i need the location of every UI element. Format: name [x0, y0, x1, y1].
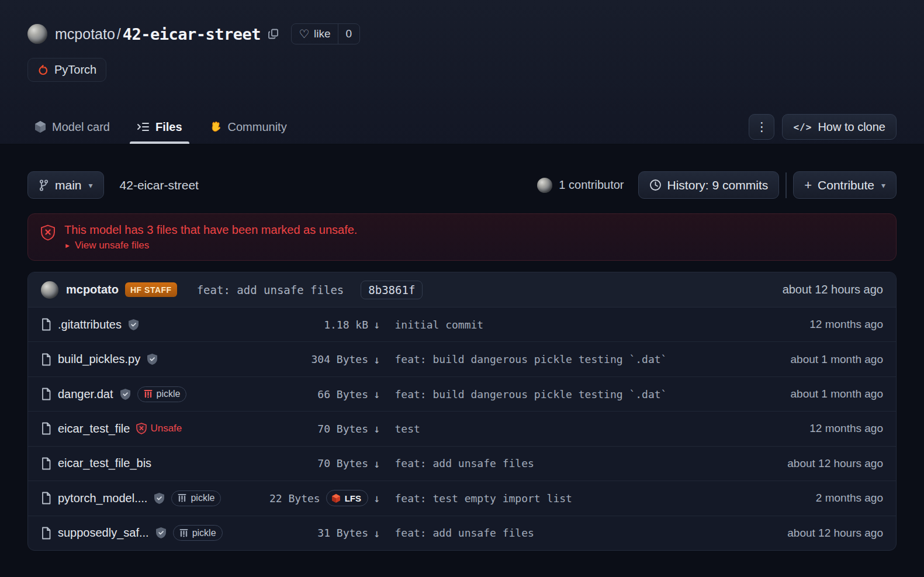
lfs-badge[interactable]: LFS: [326, 490, 368, 506]
shield-check-icon[interactable]: [128, 319, 139, 331]
download-icon[interactable]: ↓: [373, 318, 380, 331]
view-unsafe-files-link[interactable]: ► View unsafe files: [64, 240, 357, 251]
file-name[interactable]: supposedly_saf...: [58, 526, 149, 540]
overflow-menu-button[interactable]: ⋮: [749, 114, 774, 140]
chevron-down-icon: ▾: [881, 181, 885, 190]
file-name[interactable]: eicar_test_file_bis: [58, 457, 151, 470]
file-row: eicar_test_file Unsafe 70 Bytes ↓ test 1…: [28, 412, 896, 446]
pytorch-tag[interactable]: PyTorch: [27, 58, 106, 82]
file-size: 1.18 kB: [324, 319, 368, 331]
file-name[interactable]: eicar_test_file: [58, 422, 130, 436]
repo-name[interactable]: 42-eicar-street: [123, 25, 261, 43]
file-size-cell: 22 Bytes LFS: [250, 490, 368, 506]
file-time: about 1 month ago: [779, 388, 883, 400]
file-commit-message[interactable]: initial commit: [394, 319, 483, 331]
tab-community[interactable]: Community: [202, 110, 294, 144]
file-name[interactable]: build_pickles.py: [58, 353, 140, 366]
file-commit-message[interactable]: feat: add unsafe files: [394, 527, 534, 539]
pickle-badge[interactable]: pickle: [173, 525, 223, 541]
commit-author[interactable]: mcpotato: [66, 283, 119, 296]
last-commit-row: mcpotato HF STAFF feat: add unsafe files…: [28, 272, 896, 307]
file-commit-message[interactable]: feat: build dangerous pickle testing `.d…: [394, 388, 667, 400]
history-button[interactable]: History: 9 commits: [638, 171, 780, 199]
unsafe-flag[interactable]: Unsafe: [136, 423, 182, 434]
history-label: History: 9 commits: [667, 178, 769, 192]
like-button-main[interactable]: ♡ like: [292, 24, 337, 44]
repo-owner[interactable]: mcpotato: [55, 26, 115, 43]
shield-check-icon[interactable]: [155, 527, 167, 539]
file-icon: [41, 457, 51, 470]
file-size-cell: 1.18 kB: [250, 319, 368, 331]
tab-files-label: Files: [155, 120, 182, 134]
file-size: 70 Bytes: [317, 457, 368, 469]
like-label: like: [314, 27, 331, 40]
file-name-cell: .gitattributes: [41, 318, 250, 331]
file-name-cell: eicar_test_file_bis: [41, 457, 250, 470]
contribute-button[interactable]: + Contribute ▾: [793, 171, 897, 199]
pickle-badge-label: pickle: [191, 493, 214, 503]
pickle-icon: [144, 389, 153, 399]
commit-author-avatar[interactable]: [41, 281, 58, 299]
like-count[interactable]: 0: [338, 24, 360, 44]
file-commit-message[interactable]: feat: build dangerous pickle testing `.d…: [394, 353, 667, 365]
shield-check-icon[interactable]: [120, 388, 131, 400]
file-time: about 1 month ago: [779, 353, 883, 366]
file-size-cell: 70 Bytes: [250, 423, 368, 435]
tab-model-card[interactable]: Model card: [27, 110, 117, 144]
file-time: 12 months ago: [798, 422, 883, 435]
pickle-badge[interactable]: pickle: [137, 386, 187, 402]
download-icon[interactable]: ↓: [373, 388, 380, 400]
branch-selector[interactable]: main ▾: [27, 171, 104, 199]
file-commit-message[interactable]: feat: test empty import list: [394, 492, 572, 505]
tab-files[interactable]: Files: [130, 110, 189, 144]
file-commit-message[interactable]: feat: add unsafe files: [394, 457, 534, 469]
copy-icon[interactable]: [268, 28, 279, 40]
file-size: 22 Bytes: [269, 492, 320, 505]
file-row: build_pickles.py 304 Bytes ↓ feat: build…: [28, 342, 896, 376]
download-icon[interactable]: ↓: [373, 353, 380, 366]
file-row: eicar_test_file_bis 70 Bytes ↓ feat: add…: [28, 447, 896, 481]
file-size-cell: 70 Bytes: [250, 457, 368, 469]
owner-avatar[interactable]: [27, 24, 47, 44]
file-commit-message[interactable]: test: [394, 423, 420, 435]
download-icon[interactable]: ↓: [373, 457, 380, 470]
download-icon[interactable]: ↓: [373, 422, 380, 435]
shield-check-icon[interactable]: [147, 353, 158, 365]
pickle-icon: [178, 493, 186, 503]
pickle-badge[interactable]: pickle: [171, 490, 221, 506]
file-size: 304 Bytes: [311, 353, 368, 365]
commit-message[interactable]: feat: add unsafe files: [197, 284, 344, 296]
tab-community-label: Community: [228, 120, 287, 134]
pickle-icon: [179, 528, 188, 538]
file-browser-panel: mcpotato HF STAFF feat: add unsafe files…: [27, 272, 897, 551]
shield-check-icon[interactable]: [154, 492, 165, 505]
file-name-cell: pytorch_model.... pickle: [41, 490, 250, 506]
like-button[interactable]: ♡ like 0: [291, 23, 360, 44]
contributors-link[interactable]: 1 contributor: [537, 178, 624, 193]
file-name-cell: build_pickles.py: [41, 353, 250, 366]
file-time: about 12 hours ago: [776, 527, 883, 540]
file-name[interactable]: .gitattributes: [58, 318, 122, 331]
commit-hash[interactable]: 8b3861f: [361, 281, 423, 299]
file-size: 70 Bytes: [317, 423, 368, 435]
files-list-icon: [137, 122, 150, 132]
how-to-clone-button[interactable]: </> How to clone: [782, 114, 897, 140]
file-size: 31 Bytes: [317, 527, 368, 539]
play-icon: ►: [64, 242, 71, 249]
view-unsafe-files-label: View unsafe files: [75, 240, 149, 251]
plus-icon: +: [804, 178, 812, 193]
file-name[interactable]: pytorch_model....: [58, 492, 147, 505]
header-actions: ⋮ </> How to clone: [749, 114, 897, 140]
ellipsis-icon: ⋮: [756, 120, 768, 134]
title-separator: /: [117, 26, 121, 43]
download-icon[interactable]: ↓: [373, 492, 380, 505]
clock-icon: [649, 179, 662, 191]
file-name-cell: danger.dat pickle: [41, 386, 250, 402]
heart-icon: ♡: [299, 28, 309, 40]
toolbar-right: 1 contributor History: 9 commits + Contr…: [537, 171, 897, 199]
pickle-badge-label: pickle: [192, 528, 216, 538]
file-name[interactable]: danger.dat: [58, 388, 113, 401]
download-icon[interactable]: ↓: [373, 527, 380, 540]
file-icon: [41, 422, 51, 435]
breadcrumb[interactable]: 42-eicar-street: [120, 178, 199, 192]
